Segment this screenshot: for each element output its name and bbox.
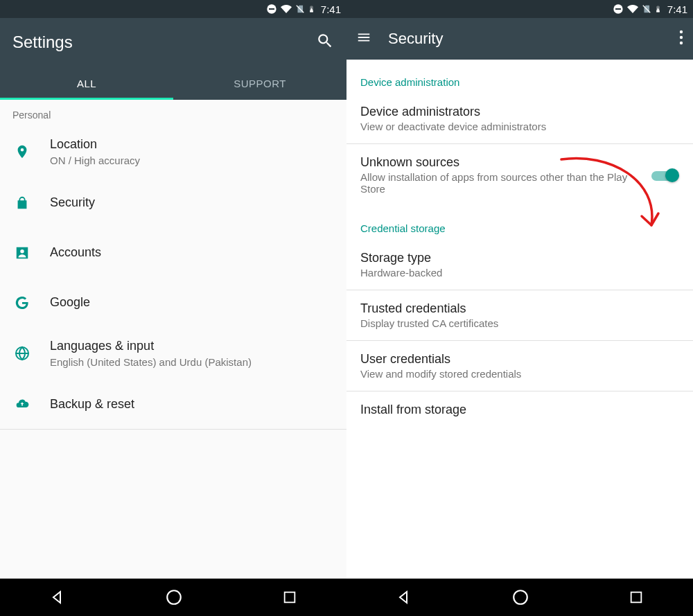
device-admins-title: Device administrators bbox=[360, 105, 679, 119]
no-sim-icon bbox=[295, 3, 305, 15]
tab-support[interactable]: SUPPORT bbox=[173, 67, 346, 100]
dnd-icon bbox=[266, 3, 277, 15]
globe-icon bbox=[12, 345, 32, 362]
status-bar: 7:41 bbox=[0, 0, 346, 18]
search-icon[interactable] bbox=[316, 32, 334, 53]
setting-security[interactable]: Security bbox=[0, 178, 346, 228]
settings-list: Personal Location ON / High accuracy Sec… bbox=[0, 100, 346, 579]
tabs: ALL SUPPORT bbox=[0, 67, 346, 100]
security-screen: 7:41 Security Device administration Devi… bbox=[346, 0, 693, 579]
nav-bar bbox=[346, 579, 693, 616]
security-list: Device administration Device administrat… bbox=[346, 60, 693, 579]
no-sim-icon bbox=[642, 3, 651, 15]
dnd-icon bbox=[613, 3, 624, 15]
unknown-src-sub: Allow installation of apps from sources … bbox=[360, 171, 643, 195]
svg-rect-14 bbox=[631, 592, 641, 603]
tab-support-label: SUPPORT bbox=[234, 78, 286, 89]
lock-icon bbox=[12, 194, 32, 212]
setting-backup[interactable]: Backup & reset bbox=[0, 379, 346, 429]
cloud-upload-icon bbox=[12, 397, 32, 411]
status-time: 7:41 bbox=[321, 3, 341, 15]
item-user-credentials[interactable]: User credentials View and modify stored … bbox=[346, 341, 693, 391]
battery-icon bbox=[654, 3, 662, 15]
svg-point-3 bbox=[20, 249, 24, 254]
setting-google[interactable]: Google bbox=[0, 278, 346, 328]
lang-sub: English (United States) and Urdu (Pakist… bbox=[50, 355, 334, 369]
section-credential-storage: Credential storage bbox=[346, 206, 693, 240]
setting-accounts[interactable]: Accounts bbox=[0, 228, 346, 278]
unknown-sources-toggle[interactable] bbox=[651, 168, 679, 182]
unknown-src-title: Unknown sources bbox=[360, 155, 643, 170]
lang-title: Languages & input bbox=[50, 337, 334, 354]
svg-point-11 bbox=[167, 590, 181, 604]
tab-all-label: ALL bbox=[77, 78, 96, 89]
nav-bar bbox=[0, 579, 346, 616]
page-title: Security bbox=[388, 30, 663, 48]
appbar: Security bbox=[346, 18, 693, 60]
overflow-icon[interactable] bbox=[679, 30, 683, 48]
svg-rect-12 bbox=[284, 592, 295, 603]
back-button[interactable] bbox=[49, 589, 66, 606]
recents-button[interactable] bbox=[282, 590, 297, 605]
status-time: 7:41 bbox=[667, 3, 687, 15]
user-creds-title: User credentials bbox=[360, 352, 679, 367]
accounts-title: Accounts bbox=[50, 244, 334, 261]
account-icon bbox=[12, 245, 32, 261]
setting-location[interactable]: Location ON / High accuracy bbox=[0, 126, 346, 178]
install-title: Install from storage bbox=[360, 403, 679, 417]
device-admins-sub: View or deactivate device administrators bbox=[360, 121, 679, 132]
location-title: Location bbox=[50, 136, 334, 152]
backup-title: Backup & reset bbox=[50, 396, 334, 412]
tab-all[interactable]: ALL bbox=[0, 67, 173, 100]
home-button[interactable] bbox=[165, 588, 183, 606]
svg-point-8 bbox=[680, 30, 683, 33]
item-storage-type[interactable]: Storage type Hardware-backed bbox=[346, 240, 693, 290]
wifi-icon bbox=[626, 3, 639, 15]
status-bar: 7:41 bbox=[346, 0, 693, 18]
google-icon bbox=[12, 294, 32, 311]
google-title: Google bbox=[50, 294, 334, 310]
item-device-admins[interactable]: Device administrators View or deactivate… bbox=[346, 94, 693, 143]
svg-point-10 bbox=[680, 42, 683, 44]
recents-button[interactable] bbox=[629, 590, 644, 605]
svg-rect-6 bbox=[615, 8, 621, 10]
section-device-admin: Device administration bbox=[346, 60, 693, 94]
security-title: Security bbox=[50, 194, 334, 211]
page-title: Settings bbox=[12, 33, 316, 52]
location-icon bbox=[12, 143, 32, 161]
item-trusted-credentials[interactable]: Trusted credentials Display trusted CA c… bbox=[346, 290, 693, 340]
svg-point-13 bbox=[514, 590, 527, 604]
item-install-from-storage[interactable]: Install from storage bbox=[346, 391, 693, 428]
trusted-title: Trusted credentials bbox=[360, 301, 679, 316]
appbar: Settings ALL SUPPORT bbox=[0, 18, 346, 100]
subheader-personal: Personal bbox=[0, 100, 346, 126]
trusted-sub: Display trusted CA certificates bbox=[360, 317, 679, 329]
divider bbox=[0, 429, 346, 430]
svg-rect-1 bbox=[269, 8, 274, 10]
back-button[interactable] bbox=[396, 589, 412, 606]
storage-type-sub: Hardware-backed bbox=[360, 267, 679, 279]
settings-screen: 7:41 Settings ALL SUPPORT Personal bbox=[0, 0, 346, 579]
setting-languages[interactable]: Languages & input English (United States… bbox=[0, 328, 346, 380]
location-sub: ON / High accuracy bbox=[50, 154, 334, 168]
battery-icon bbox=[308, 3, 315, 15]
item-unknown-sources[interactable]: Unknown sources Allow installation of ap… bbox=[346, 144, 693, 206]
storage-type-title: Storage type bbox=[360, 251, 679, 265]
menu-icon[interactable] bbox=[356, 30, 371, 48]
user-creds-sub: View and modify stored credentials bbox=[360, 368, 679, 380]
wifi-icon bbox=[280, 3, 292, 15]
home-button[interactable] bbox=[511, 588, 529, 606]
svg-point-9 bbox=[680, 36, 683, 39]
